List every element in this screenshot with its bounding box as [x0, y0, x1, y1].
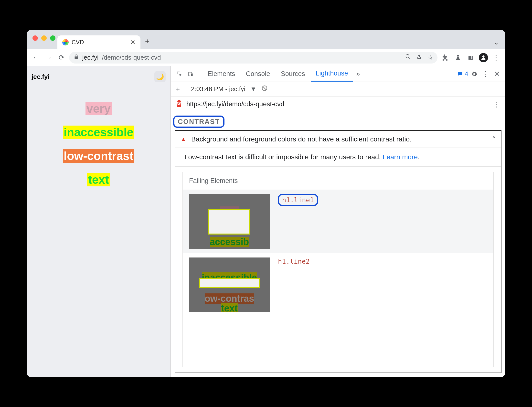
- snapshot-label[interactable]: 2:03:48 PM - jec.fyi: [191, 85, 245, 93]
- titlebar: CVD ✕ ＋ ⌄: [27, 30, 505, 49]
- close-window-button[interactable]: [32, 35, 38, 41]
- sidepanel-icon[interactable]: [466, 53, 476, 63]
- messages-badge[interactable]: 4: [457, 70, 468, 78]
- maximize-window-button[interactable]: [50, 35, 55, 41]
- tab-sources[interactable]: Sources: [276, 66, 310, 82]
- browser-window: CVD ✕ ＋ ⌄ ← → ⟳ jec.fyi/demo/cds-quest-c…: [27, 30, 505, 377]
- omnibox-actions: ☆: [405, 54, 433, 61]
- lighthouse-url: https://jec.fyi/demo/cds-quest-cvd: [186, 100, 284, 108]
- share-icon[interactable]: [416, 54, 422, 61]
- section-header: CONTRAST: [171, 112, 505, 130]
- page-site-title: jec.fyi: [32, 73, 50, 81]
- browser-toolbar: ← → ⟳ jec.fyi/demo/cds-quest-cvd ☆ ⋮: [27, 49, 505, 66]
- failing-elements-header: Failing Elements: [183, 172, 493, 190]
- lighthouse-url-row: https://jec.fyi/demo/cds-quest-cvd ⋮: [171, 96, 505, 112]
- moon-icon: 🌙: [156, 73, 164, 81]
- chevron-up-icon[interactable]: ˄: [492, 135, 496, 143]
- element-thumbnail: very accessib: [189, 194, 270, 249]
- favicon-icon: [62, 39, 69, 45]
- element-thumbnail: inaccessible ow-contras text: [189, 257, 270, 312]
- new-tab-button[interactable]: ＋: [142, 36, 152, 49]
- bookmark-icon[interactable]: ☆: [427, 54, 433, 61]
- settings-icon[interactable]: [469, 69, 479, 79]
- audit-header[interactable]: ▲ Background and foreground colors do no…: [175, 131, 501, 148]
- extensions-icon[interactable]: [440, 53, 450, 63]
- devtools-tabbar: Elements Console Sources Lighthouse » 4 …: [171, 66, 505, 82]
- url-host: jec.fyi: [82, 54, 98, 61]
- tab-console[interactable]: Console: [241, 66, 275, 82]
- demo-text-block: very inaccessible low-contrast text: [32, 82, 166, 372]
- section-label-contrast: CONTRAST: [173, 116, 224, 128]
- learn-more-link[interactable]: Learn more: [383, 153, 418, 161]
- reload-button[interactable]: ⟳: [56, 53, 66, 63]
- tab-elements[interactable]: Elements: [203, 66, 240, 82]
- new-report-button[interactable]: ＋: [175, 85, 181, 93]
- element-selector: h1.line1: [278, 194, 318, 206]
- search-icon[interactable]: [405, 54, 411, 61]
- url-path: /demo/cds-quest-cvd: [102, 54, 161, 61]
- audit-card: ▲ Background and foreground colors do no…: [175, 130, 501, 373]
- devtools-panel: Elements Console Sources Lighthouse » 4 …: [171, 66, 505, 377]
- address-bar[interactable]: jec.fyi/demo/cds-quest-cvd ☆: [69, 52, 437, 64]
- demo-line-4: text: [87, 173, 110, 186]
- failing-element-row[interactable]: inaccessible ow-contras text h1.line2: [183, 253, 493, 317]
- audit-description-text: Low-contrast text is difficult or imposs…: [184, 153, 383, 161]
- lock-icon: [74, 54, 79, 61]
- demo-line-3: low-contrast: [63, 149, 134, 163]
- element-selector: h1.line2: [278, 257, 310, 265]
- device-toggle-icon[interactable]: [185, 69, 196, 79]
- audit-title: Background and foreground colors do not …: [191, 135, 487, 143]
- svg-line-1: [263, 87, 266, 90]
- window-controls: [32, 35, 55, 41]
- close-devtools-button[interactable]: ✕: [492, 69, 502, 79]
- failing-element-row[interactable]: very accessib h1.line1: [183, 190, 493, 253]
- profile-button[interactable]: [479, 53, 488, 63]
- dark-mode-toggle[interactable]: 🌙: [154, 71, 166, 82]
- tab-lighthouse[interactable]: Lighthouse: [311, 66, 353, 82]
- rendered-page: jec.fyi 🌙 very inaccessible low-contrast…: [27, 66, 171, 377]
- tab-title: CVD: [72, 39, 127, 46]
- clear-report-button[interactable]: [261, 85, 268, 93]
- labs-icon[interactable]: [453, 53, 463, 63]
- lighthouse-report-menu[interactable]: ⋮: [493, 100, 500, 108]
- forward-button[interactable]: →: [44, 53, 53, 63]
- browser-menu-button[interactable]: ⋮: [491, 53, 501, 63]
- tab-strip: CVD ✕ ＋ ⌄: [57, 35, 501, 49]
- back-button[interactable]: ←: [31, 53, 41, 63]
- audit-description: Low-contrast text is difficult or imposs…: [175, 148, 501, 167]
- messages-count: 4: [465, 70, 468, 78]
- browser-tab[interactable]: CVD ✕: [57, 35, 140, 49]
- warning-icon: ▲: [181, 136, 186, 143]
- demo-line-2: inaccessible: [63, 126, 135, 139]
- devtools-menu-button[interactable]: ⋮: [480, 69, 491, 79]
- lighthouse-subbar: ＋ 2:03:48 PM - jec.fyi ▼: [171, 82, 505, 96]
- inspect-element-icon[interactable]: [174, 69, 184, 79]
- minimize-window-button[interactable]: [41, 35, 47, 41]
- failing-elements-section: Failing Elements very accessib h1.line1: [182, 172, 494, 367]
- tabs-menu-button[interactable]: ⌄: [494, 39, 501, 49]
- snapshot-dropdown-icon[interactable]: ▼: [250, 85, 257, 93]
- chat-icon: [457, 71, 463, 77]
- tabs-overflow-button[interactable]: »: [354, 66, 362, 82]
- demo-line-1: very: [85, 102, 112, 115]
- lighthouse-icon: [176, 99, 182, 109]
- content-area: jec.fyi 🌙 very inaccessible low-contrast…: [27, 66, 505, 377]
- close-tab-button[interactable]: ✕: [130, 39, 136, 46]
